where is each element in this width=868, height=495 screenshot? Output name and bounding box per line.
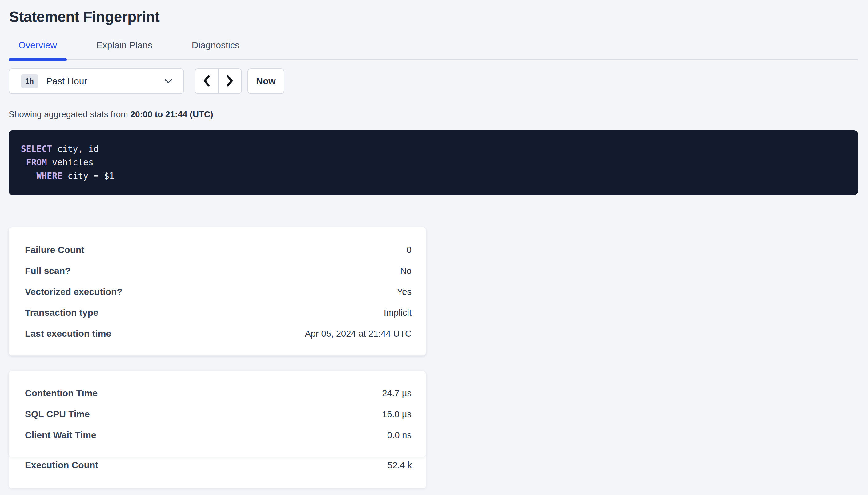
stat-row-execution-count: Execution Count 52.4 k [25,455,412,476]
info-row-last-execution-time: Last execution time Apr 05, 2024 at 21:4… [25,323,411,344]
row-label: Failure Count [25,245,84,255]
chevron-left-icon [202,75,211,88]
sql-statement-box: SELECT city, id FROM vehicles WHERE city… [9,130,858,195]
chevron-down-icon [164,79,173,84]
stat-row-sql-cpu-time: SQL CPU Time 16.0 µs [25,404,411,425]
next-interval-button[interactable] [218,69,241,93]
statement-fingerprint-page: Statement Fingerprint Overview Explain P… [0,0,868,495]
row-label: Client Wait Time [25,430,96,440]
aggregation-interval-prefix: Showing aggregated stats from [9,109,130,119]
tab-underline [9,58,67,61]
row-value: 24.7 µs [382,388,411,398]
row-label: Full scan? [25,266,70,276]
tab-diagnostics-label: Diagnostics [192,40,240,50]
tab-explain-plans[interactable]: Explain Plans [86,39,162,59]
row-label: SQL CPU Time [25,409,90,420]
summary-cards: Nodes N1 Regions Database movr Applicati… [9,227,858,495]
info-row-vectorized: Vectorized execution? Yes [25,281,411,302]
row-value: Implicit [384,308,411,318]
row-label: Contention Time [25,388,98,398]
stat-row-client-wait-time: Client Wait Time 0.0 ns [25,425,411,445]
previous-interval-button[interactable] [195,69,218,93]
sql-keyword: WHERE [37,171,63,181]
info-row-failure-count: Failure Count 0 [25,239,411,260]
aggregation-interval-range: 20:00 to 21:44 (UTC) [130,109,213,119]
details-card-right: Failure Count 0 Full scan? No Vectorized… [9,227,426,356]
row-value: 0 [407,245,411,255]
sql-keyword: FROM [26,157,47,168]
row-label: Transaction type [25,307,98,318]
sql-line: SELECT city, id [21,142,846,156]
sql-line: FROM vehicles [21,156,846,169]
now-button[interactable]: Now [247,68,284,94]
row-value: Yes [397,287,411,297]
tab-overview[interactable]: Overview [9,39,67,59]
tab-diagnostics[interactable]: Diagnostics [182,39,249,59]
time-range-dropdown[interactable]: 1h Past Hour [9,68,184,94]
row-value: Apr 05, 2024 at 21:44 UTC [305,329,411,339]
tab-overview-label: Overview [18,40,57,50]
tab-bar: Overview Explain Plans Diagnostics [9,39,858,59]
time-range-badge: 1h [21,74,38,88]
aggregation-interval-text: Showing aggregated stats from 20:00 to 2… [9,108,858,121]
stats-card-right: Contention Time 24.7 µs SQL CPU Time 16.… [9,371,426,458]
row-value: No [400,266,411,276]
info-row-transaction-type: Transaction type Implicit [25,302,411,323]
row-value: 0.0 ns [387,430,411,440]
stat-row-contention-time: Contention Time 24.7 µs [25,383,411,404]
row-label: Last execution time [25,328,111,339]
row-value: 16.0 µs [382,409,411,420]
sql-keyword: SELECT [21,144,52,154]
page-title: Statement Fingerprint [9,8,858,26]
row-value: 52.4 k [388,460,412,471]
info-row-full-scan: Full scan? No [25,260,411,281]
sql-line: WHERE city = $1 [21,169,846,183]
time-controls: 1h Past Hour Now [9,68,858,94]
chevron-right-icon [226,75,234,88]
row-label: Execution Count [25,460,98,471]
row-label: Vectorized execution? [25,287,122,297]
tab-explain-plans-label: Explain Plans [96,40,152,50]
time-step-buttons [195,68,242,94]
time-range-label: Past Hour [46,76,87,86]
